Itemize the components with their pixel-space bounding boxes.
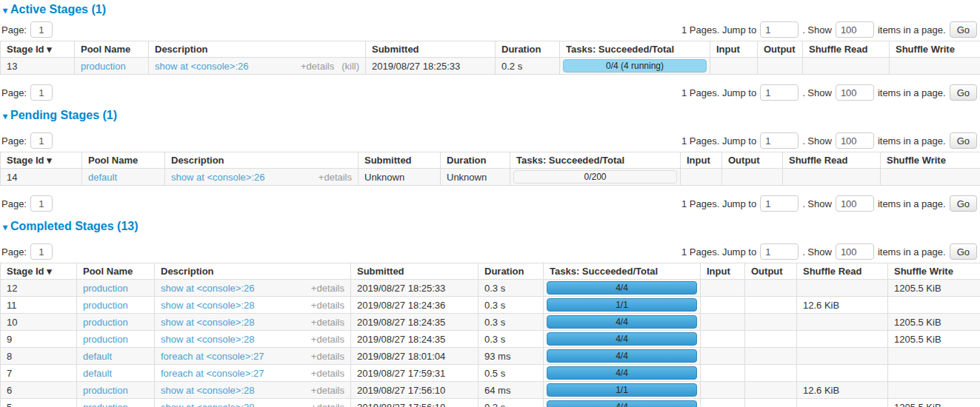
column-header[interactable]: Submitted — [359, 152, 441, 169]
column-header[interactable]: Tasks: Succeeded/Total — [560, 41, 710, 58]
column-header[interactable]: Output — [758, 41, 803, 58]
items-per-page-input[interactable] — [836, 195, 874, 212]
pool-name-link[interactable]: default — [88, 172, 117, 183]
column-header[interactable]: Input — [710, 41, 758, 58]
column-header[interactable]: Shuffle Read — [783, 152, 881, 169]
page-number-input[interactable] — [30, 84, 53, 101]
pool-name-link[interactable]: production — [83, 402, 128, 407]
pool-cell: default — [82, 169, 165, 186]
stage-description-link[interactable]: show at <console>:28 — [161, 299, 254, 312]
column-header[interactable]: Input — [681, 152, 722, 169]
output-cell — [745, 314, 797, 331]
details-toggle[interactable]: +details — [311, 317, 344, 328]
details-toggle[interactable]: +details — [311, 385, 344, 396]
column-header[interactable]: Tasks: Succeeded/Total — [544, 263, 701, 280]
pool-name-link[interactable]: default — [83, 368, 112, 379]
shuffle-write-cell — [888, 348, 980, 365]
column-header[interactable]: Pool Name — [75, 41, 149, 58]
input-cell — [701, 348, 745, 365]
go-button[interactable]: Go — [950, 195, 977, 212]
go-button[interactable]: Go — [950, 21, 977, 38]
details-toggle[interactable]: +details — [311, 334, 344, 345]
pool-name-link[interactable]: production — [83, 283, 128, 294]
details-toggle[interactable]: +details — [319, 172, 352, 183]
column-header[interactable]: Pool Name — [77, 263, 155, 280]
column-header[interactable]: Shuffle Write — [890, 41, 980, 58]
items-per-page-input[interactable] — [836, 84, 874, 101]
stage-description-link[interactable]: show at <console>:28 — [161, 384, 254, 397]
column-header[interactable]: Output — [722, 152, 783, 169]
active-stages-header[interactable]: ▾Active Stages (1) — [3, 3, 980, 17]
task-progress-label: 0/4 (4 running) — [606, 61, 664, 71]
pool-name-link[interactable]: production — [83, 300, 128, 311]
stage-description-link[interactable]: show at <console>:26 — [155, 60, 248, 73]
jump-to-page-input[interactable] — [760, 243, 799, 260]
column-header[interactable]: Pool Name — [82, 152, 165, 169]
column-header[interactable]: Shuffle Write — [881, 152, 980, 169]
pending-stages-header[interactable]: ▾Pending Stages (1) — [3, 109, 980, 123]
completed-stages-header[interactable]: ▾Completed Stages (13) — [3, 220, 980, 234]
page-number-input[interactable] — [30, 195, 53, 212]
jump-to-page-input[interactable] — [760, 84, 799, 101]
pagination-bar: Page: 1 Pages. Jump to . Show items in a… — [1, 21, 977, 38]
stage-row: 9productionshow at <console>:28+details2… — [1, 331, 980, 348]
section-title-text: Completed Stages (13) — [10, 220, 138, 232]
stage-description-link[interactable]: show at <console>:28 — [161, 401, 254, 407]
column-header[interactable]: Description — [155, 263, 351, 280]
column-header[interactable]: Submitted — [351, 263, 479, 280]
stage-description-link[interactable]: show at <console>:28 — [161, 316, 254, 329]
column-header[interactable]: Shuffle Read — [797, 263, 888, 280]
page-number-input[interactable] — [30, 21, 53, 38]
stage-description-link[interactable]: show at <console>:28 — [161, 333, 254, 346]
details-toggle[interactable]: +details — [311, 402, 344, 407]
details-toggle[interactable]: +details — [311, 283, 344, 294]
go-button[interactable]: Go — [950, 84, 977, 101]
column-header[interactable]: Output — [745, 263, 797, 280]
column-header[interactable]: Shuffle Write — [888, 263, 980, 280]
details-toggle[interactable]: +details — [311, 368, 344, 379]
column-header[interactable]: Stage Id ▾ — [1, 152, 82, 169]
column-header[interactable]: Duration — [496, 41, 560, 58]
submitted-cell: Unknown — [359, 169, 441, 186]
pool-name-link[interactable]: production — [83, 334, 128, 345]
column-header[interactable]: Tasks: Succeeded/Total — [510, 152, 681, 169]
column-header[interactable]: Shuffle Read — [803, 41, 890, 58]
jump-to-page-input[interactable] — [760, 195, 799, 212]
page-number-input[interactable] — [30, 243, 53, 260]
go-button[interactable]: Go — [950, 132, 977, 149]
description-actions: +details — [311, 333, 344, 346]
column-header[interactable]: Description — [165, 152, 359, 169]
stage-row: 6productionshow at <console>:28+details2… — [1, 382, 980, 399]
pool-name-link[interactable]: production — [83, 385, 128, 396]
duration-cell: 93 ms — [479, 348, 544, 365]
pool-name-link[interactable]: production — [81, 61, 126, 72]
kill-link[interactable]: (kill) — [341, 61, 359, 72]
page-label: Page: — [1, 87, 27, 98]
pool-name-link[interactable]: default — [83, 351, 112, 362]
column-header[interactable]: Stage Id ▾ — [1, 41, 75, 58]
details-toggle[interactable]: +details — [311, 351, 344, 362]
items-per-page-input[interactable] — [836, 243, 874, 260]
column-header[interactable]: Submitted — [366, 41, 496, 58]
stage-description-link[interactable]: show at <console>:26 — [161, 282, 254, 295]
stage-description-link[interactable]: foreach at <console>:27 — [161, 367, 264, 380]
column-header[interactable]: Description — [149, 41, 366, 58]
go-button[interactable]: Go — [950, 243, 977, 260]
items-per-page-input[interactable] — [836, 132, 874, 149]
pages-count-text: 1 Pages. Jump to — [681, 135, 756, 147]
jump-to-page-input[interactable] — [760, 21, 799, 38]
items-per-page-input[interactable] — [836, 21, 874, 38]
column-header[interactable]: Input — [701, 263, 745, 280]
column-header[interactable]: Duration — [479, 263, 544, 280]
column-header[interactable]: Duration — [441, 152, 510, 169]
stage-description-link[interactable]: foreach at <console>:27 — [161, 350, 264, 363]
details-toggle[interactable]: +details — [311, 300, 344, 311]
pool-name-link[interactable]: production — [83, 317, 128, 328]
details-toggle[interactable]: +details — [301, 61, 334, 72]
column-header[interactable]: Stage Id ▾ — [1, 263, 77, 280]
page-number-input[interactable] — [30, 132, 53, 149]
show-label: . Show — [802, 246, 832, 258]
tasks-cell: 0/200 — [510, 169, 681, 186]
stage-description-link[interactable]: show at <console>:26 — [171, 171, 264, 184]
jump-to-page-input[interactable] — [760, 132, 799, 149]
